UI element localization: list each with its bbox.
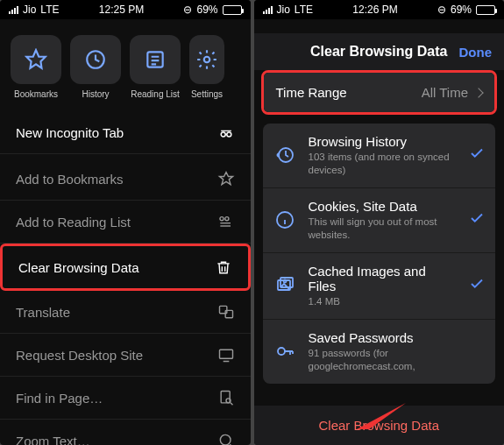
- zoom-icon: [217, 432, 235, 445]
- clear-browsing-data[interactable]: Clear Browsing Data: [3, 246, 248, 288]
- battery-icon: [476, 5, 495, 15]
- clear-browsing-data-button[interactable]: Clear Browsing Data: [254, 406, 505, 445]
- carplay-icon: ⊖: [437, 4, 446, 16]
- network: LTE: [40, 4, 59, 16]
- svg-point-11: [219, 217, 223, 221]
- translate[interactable]: Translate: [0, 291, 251, 334]
- checkmark-icon: [469, 276, 485, 295]
- battery-icon: [223, 5, 242, 15]
- image-icon: [274, 275, 295, 296]
- svg-point-12: [224, 217, 228, 221]
- history-icon: [274, 145, 295, 166]
- reading-list-tile[interactable]: Reading List: [130, 35, 181, 99]
- status-bar: Jio LTE 12:26 PM ⊖ 69%: [254, 0, 505, 19]
- add-to-reading-list[interactable]: Add to Reading List: [0, 201, 251, 244]
- svg-rect-19: [221, 392, 230, 403]
- settings-tile[interactable]: Settings: [189, 35, 224, 99]
- clock: 12:25 PM: [99, 4, 144, 16]
- reading-list-icon: [217, 213, 235, 230]
- svg-marker-10: [219, 173, 232, 185]
- done-button[interactable]: Done: [459, 45, 493, 60]
- incognito-icon: [217, 124, 235, 141]
- new-incognito-tab[interactable]: New Incognito Tab: [0, 111, 251, 154]
- svg-point-30: [283, 280, 286, 283]
- item-cookies[interactable]: Cookies, Site Data This will sign you ou…: [263, 188, 496, 253]
- zoom-text[interactable]: Zoom Text…: [0, 420, 251, 445]
- modal-header: Clear Browsing Data Done: [254, 33, 505, 70]
- list-icon: [144, 48, 167, 71]
- history-tile[interactable]: History: [70, 35, 121, 99]
- clock: 12:26 PM: [352, 4, 397, 16]
- highlight-time-range: Time Range All Time: [261, 70, 498, 115]
- quick-actions-row: Bookmarks History Reading List Settings: [0, 35, 251, 99]
- gear-icon: [195, 48, 218, 71]
- trash-icon: [215, 258, 232, 276]
- search-page-icon: [217, 389, 235, 406]
- desktop-icon: [217, 346, 235, 364]
- add-to-bookmarks[interactable]: Add to Bookmarks: [0, 158, 251, 201]
- time-range-row[interactable]: Time Range All Time: [264, 73, 495, 112]
- star-icon: [25, 48, 47, 71]
- info-icon: [274, 209, 295, 230]
- translate-icon: [217, 303, 235, 321]
- time-range-label: Time Range: [276, 85, 347, 100]
- key-icon: [274, 341, 295, 362]
- signal-icon: [263, 6, 273, 14]
- svg-point-31: [278, 348, 285, 355]
- data-types-group: Browsing History 103 items (and more on …: [263, 124, 496, 384]
- svg-point-8: [226, 132, 231, 137]
- page-title: Clear Browsing Data: [310, 44, 447, 60]
- battery-pct: 69%: [196, 4, 217, 16]
- carrier: Jio: [277, 4, 290, 16]
- chevron-right-icon: [473, 88, 483, 97]
- checkmark-icon: [469, 145, 485, 165]
- right-screenshot: Jio LTE 12:26 PM ⊖ 69% Clear Browsing Da…: [254, 0, 505, 445]
- item-browsing-history[interactable]: Browsing History 103 items (and more on …: [263, 124, 496, 188]
- history-icon: [84, 48, 107, 71]
- battery-pct: 69%: [451, 4, 472, 16]
- request-desktop-site[interactable]: Request Desktop Site: [0, 334, 251, 377]
- svg-point-22: [220, 434, 231, 445]
- network: LTE: [295, 4, 313, 16]
- item-saved-passwords[interactable]: Saved Passwords 91 passwords (for google…: [263, 320, 496, 384]
- left-screenshot: Jio LTE 12:25 PM ⊖ 69% Bookmarks History…: [0, 0, 251, 445]
- highlight-clear-browsing: Clear Browsing Data: [0, 244, 251, 291]
- svg-rect-17: [219, 350, 232, 358]
- find-in-page[interactable]: Find in Page…: [0, 377, 251, 420]
- item-cached-images[interactable]: Cached Images and Files 1.4 MB: [263, 253, 496, 320]
- bookmarks-tile[interactable]: Bookmarks: [11, 35, 61, 99]
- time-range-value: All Time: [422, 85, 468, 100]
- star-icon: [217, 170, 235, 187]
- carplay-icon: ⊖: [183, 4, 192, 16]
- carrier: Jio: [23, 4, 36, 16]
- svg-point-7: [221, 132, 225, 137]
- svg-line-21: [231, 403, 233, 406]
- status-bar: Jio LTE 12:25 PM ⊖ 69%: [0, 0, 251, 19]
- signal-icon: [9, 6, 18, 14]
- svg-marker-0: [26, 50, 46, 68]
- svg-point-6: [204, 57, 210, 63]
- checkmark-icon: [469, 210, 485, 230]
